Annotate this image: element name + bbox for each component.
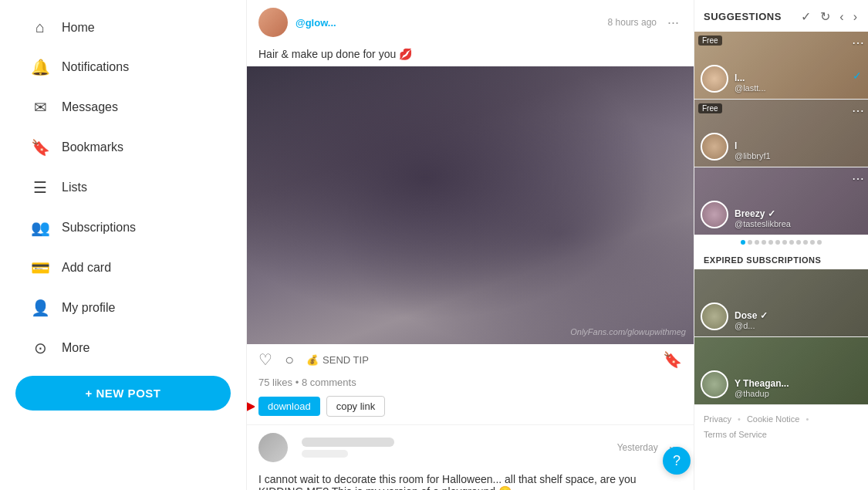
sidebar-item-add-card[interactable]: 💳 Add card — [8, 249, 238, 286]
suggestion-check-1: ✓ — [853, 69, 862, 82]
new-post-label: + NEW POST — [86, 387, 161, 400]
main-feed: @glow... 8 hours ago ··· Hair & make up … — [247, 0, 694, 490]
suggestion-handle-2: @libbryf1 — [735, 151, 771, 161]
dot-2 — [748, 240, 752, 245]
blurred-image — [247, 66, 694, 344]
expired-avatar-1 — [701, 302, 728, 330]
left-sidebar: ⌂ Home 🔔 Notifications ✉ Messages 🔖 Book… — [0, 0, 247, 490]
footer-dot-2: • — [806, 414, 809, 424]
suggestion-dots-3[interactable]: ⋯ — [852, 171, 864, 186]
suggestions-header-icons: ✓ ↻ ‹ › — [799, 8, 859, 25]
post-username[interactable]: @glow... — [296, 17, 600, 29]
dot-8 — [789, 240, 794, 245]
likes-count: 75 likes — [258, 377, 292, 388]
suggestion-info-3: Breezy ✓ @tasteslikbrea — [735, 208, 791, 228]
sidebar-item-label: Messages — [62, 100, 118, 114]
free-badge-2: Free — [698, 103, 722, 113]
expired-info-2: Y Theagan... @thadup — [735, 378, 789, 398]
dot-10 — [803, 240, 808, 245]
help-button[interactable]: ? — [663, 447, 691, 475]
arrow-wrapper: download — [258, 397, 320, 416]
comments-count: 8 comments — [302, 377, 356, 388]
dot-4 — [762, 240, 766, 245]
sidebar-item-more[interactable]: ⊙ More — [8, 329, 238, 367]
sidebar-item-my-profile[interactable]: 👤 My profile — [8, 289, 238, 326]
sidebar-item-subscriptions[interactable]: 👥 Subscriptions — [8, 209, 238, 246]
post-1: @glow... 8 hours ago ··· Hair & make up … — [247, 0, 694, 424]
bookmark-icon: 🔖 — [31, 138, 49, 157]
suggestion-dots-2[interactable]: ⋯ — [852, 103, 864, 118]
subscriptions-icon: 👥 — [31, 218, 49, 237]
sidebar-item-label: Bookmarks — [62, 140, 123, 154]
sidebar-item-label: Home — [62, 21, 95, 35]
lists-icon: ☰ — [31, 178, 49, 197]
profile-icon: 👤 — [31, 299, 49, 317]
free-badge: Free — [698, 35, 722, 46]
dot-6 — [775, 240, 780, 245]
dot-1 — [741, 240, 745, 245]
send-tip-icon: 💰 — [306, 354, 319, 366]
send-tip-label: SEND TIP — [323, 354, 369, 366]
dot-3 — [755, 240, 759, 245]
expired-name-1: Dose ✓ — [735, 310, 768, 321]
cookie-link[interactable]: Cookie Notice — [747, 414, 799, 424]
suggestion-dots-1[interactable]: ⋯ — [852, 35, 864, 50]
footer-dot-1: • — [738, 414, 741, 424]
footer-links: Privacy • Cookie Notice • Terms of Servi… — [694, 405, 868, 448]
suggestions-title: SUGGESTIONS — [704, 11, 782, 22]
messages-icon: ✉ — [31, 98, 49, 117]
post-text: Hair & make up done for you 💋 — [247, 45, 694, 66]
sidebar-item-messages[interactable]: ✉ Messages — [8, 89, 238, 126]
refresh-icon[interactable]: ↻ — [819, 8, 832, 25]
like-icon[interactable]: ♡ — [258, 350, 272, 369]
post-2: Yesterday ··· I cannot wait to decorate … — [247, 424, 694, 490]
post-header: @glow... 8 hours ago ··· — [247, 0, 694, 45]
blur-overlay — [247, 66, 694, 344]
filter-icon[interactable]: ✓ — [799, 8, 812, 25]
expired-name-2: Y Theagan... — [735, 378, 789, 389]
new-post-button[interactable]: + NEW POST — [15, 376, 231, 411]
dot-11 — [810, 240, 815, 245]
sidebar-item-label: Subscriptions — [62, 221, 136, 235]
sidebar-item-bookmarks[interactable]: 🔖 Bookmarks — [8, 129, 238, 166]
comment-icon[interactable]: ○ — [285, 351, 294, 369]
sidebar-item-label: More — [62, 341, 90, 355]
post-options-button[interactable]: ··· — [664, 12, 682, 34]
dot-7 — [782, 240, 787, 245]
sidebar-item-label: My profile — [62, 301, 115, 315]
send-tip-button[interactable]: 💰 SEND TIP — [306, 354, 369, 366]
sidebar-item-notifications[interactable]: 🔔 Notifications — [8, 49, 238, 86]
expired-card-1[interactable]: Dose ✓ @d... — [694, 269, 868, 337]
bookmark-action-icon[interactable]: 🔖 — [663, 350, 682, 369]
prev-icon[interactable]: ‹ — [838, 8, 845, 25]
card-icon: 💳 — [31, 259, 49, 277]
post2-name-blurred — [302, 438, 394, 447]
post-stats: 75 likes • 8 comments — [247, 375, 694, 393]
sidebar-item-label: Notifications — [62, 60, 129, 74]
terms-link[interactable]: Terms of Service — [704, 430, 767, 439]
next-icon[interactable]: › — [852, 8, 859, 25]
post2-avatar — [258, 433, 288, 462]
stat-separator: • — [296, 377, 302, 388]
download-button[interactable]: download — [258, 397, 320, 416]
privacy-link[interactable]: Privacy — [704, 414, 731, 424]
post2-meta — [296, 438, 610, 458]
red-arrow-icon — [247, 397, 255, 416]
expired-section-title: EXPIRED SUBSCRIPTIONS — [694, 249, 868, 269]
copy-link-button[interactable]: copy link — [326, 396, 386, 417]
suggestion-card-2[interactable]: Free ⋯ l @libbryf1 — [694, 100, 868, 167]
bell-icon: 🔔 — [31, 58, 49, 76]
post-time: 8 hours ago — [608, 17, 657, 28]
expired-card-2[interactable]: Y Theagan... @thadup — [694, 337, 868, 405]
sidebar-item-home[interactable]: ⌂ Home — [8, 9, 238, 46]
suggestion-avatar-1 — [701, 65, 728, 93]
suggestion-handle-3: @tasteslikbrea — [735, 219, 791, 228]
sidebar-item-lists[interactable]: ☰ Lists — [8, 169, 238, 206]
suggestion-card-3[interactable]: ⋯ Breezy ✓ @tasteslikbrea — [694, 167, 868, 235]
post-meta: @glow... — [296, 17, 600, 29]
suggestion-info-2: l @libbryf1 — [735, 140, 771, 161]
dot-12 — [817, 240, 822, 245]
post-image: OnlyFans.com/glowupwithmeg — [247, 66, 694, 344]
dot-9 — [796, 240, 801, 245]
suggestion-card-1[interactable]: Free ⋯ l... @lastt... ✓ — [694, 32, 868, 100]
